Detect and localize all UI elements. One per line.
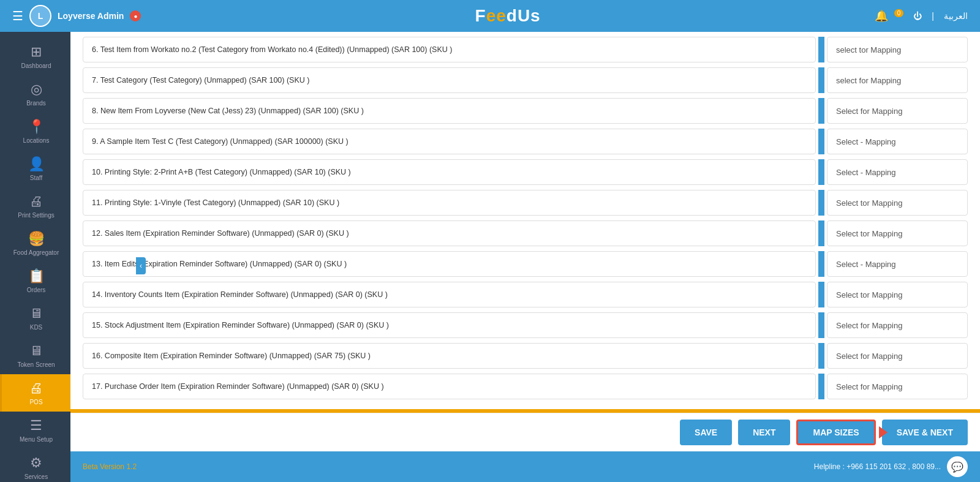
main-content: 6. Test Item from Workato no.2 (Test Cat… (70, 32, 980, 451)
divider-bar (818, 282, 824, 307)
dashboard-icon: ⊞ (31, 44, 42, 60)
select-mapping-btn-8[interactable]: Select - Mapping (827, 251, 968, 277)
table-row: 15. Stock Adjustment Item (Expiration Re… (83, 312, 968, 338)
mapping-list: 6. Test Item from Workato no.2 (Test Cat… (70, 32, 980, 409)
select-mapping-btn-2[interactable]: select for Mapping (827, 67, 968, 93)
item-label-12: 17. Purchase Order Item (Expiration Remi… (83, 374, 816, 399)
sidebar-item-brands[interactable]: ◎Brands (0, 75, 70, 113)
hamburger-icon[interactable]: ☰ (12, 9, 23, 23)
sidebar-item-print-settings[interactable]: 🖨Print Settings (0, 187, 70, 225)
divider-bar (818, 98, 824, 124)
sidebar-label-orders: Orders (27, 287, 46, 293)
item-label-11: 16. Composite Item (Expiration Reminder … (83, 343, 816, 369)
sidebar-item-kds[interactable]: 🖥KDS (0, 299, 70, 337)
sidebar-label-pos: POS (29, 399, 42, 405)
divider-bar (818, 159, 824, 185)
item-label-9: 14. Inventory Counts Item (Expiration Re… (83, 282, 816, 307)
select-mapping-btn-9[interactable]: Select tor Mapping (827, 282, 968, 307)
staff-icon: 👤 (28, 156, 45, 172)
table-row: 11. Printing Style: 1-Vinyle (Test Categ… (83, 190, 968, 216)
bell-icon[interactable]: 🔔 (875, 9, 888, 23)
divider: | (932, 11, 934, 21)
sidebar-label-dashboard: Dashboard (21, 62, 51, 69)
language-label[interactable]: العربية (944, 11, 968, 21)
token-screen-icon: 🖥 (29, 343, 43, 359)
sidebar-item-staff[interactable]: 👤Staff (0, 150, 70, 187)
divider-bar (818, 251, 824, 277)
select-mapping-btn-10[interactable]: Select for Mapping (827, 312, 968, 338)
save-next-button[interactable]: SAVE & NEXT (882, 420, 968, 445)
item-label-3: 8. New Item From Loyverse (New Cat (Jess… (83, 98, 816, 124)
table-row: 8. New Item From Loyverse (New Cat (Jess… (83, 98, 968, 124)
table-row: 10. Printing Style: 2-Print A+B (Test Ca… (83, 159, 968, 185)
chat-button[interactable]: 💬 (947, 456, 968, 477)
version-text: Beta Version 1.2 (83, 462, 137, 471)
sidebar-item-orders[interactable]: 📋Orders (0, 262, 70, 299)
item-label-7: 12. Sales Item (Expiration Reminder Soft… (83, 220, 816, 246)
item-label-4: 9. A Sample Item Test C (Test Category) … (83, 129, 816, 154)
select-mapping-btn-4[interactable]: Select - Mapping (827, 129, 968, 154)
select-mapping-btn-1[interactable]: select tor Mapping (827, 37, 968, 62)
table-row: 16. Composite Item (Expiration Reminder … (83, 343, 968, 369)
divider-bar (818, 190, 824, 216)
avatar: L (29, 5, 51, 27)
sidebar-item-services[interactable]: ⚙Services (0, 449, 70, 482)
sidebar: ⊞Dashboard◎Brands📍Locations👤Staff🖨Print … (0, 32, 70, 482)
sidebar-item-food-aggregator[interactable]: 🍔Food Aggregator (0, 225, 70, 262)
sidebar-item-locations[interactable]: 📍Locations (0, 113, 70, 150)
select-mapping-btn-7[interactable]: Select tor Mapping (827, 220, 968, 246)
table-row: 6. Test Item from Workato no.2 (Test Cat… (83, 37, 968, 62)
sidebar-item-pos[interactable]: 🖨POS (0, 374, 70, 412)
item-label-6: 11. Printing Style: 1-Vinyle (Test Categ… (83, 190, 816, 216)
select-mapping-btn-5[interactable]: Select - Mapping (827, 159, 968, 185)
divider-bar (818, 343, 824, 369)
select-mapping-btn-3[interactable]: Select for Mapping (827, 98, 968, 124)
item-label-5: 10. Printing Style: 2-Print A+B (Test Ca… (83, 159, 816, 185)
item-label-8: 13. Item Edits (Expiration Reminder Soft… (83, 251, 816, 277)
kds-icon: 🖥 (29, 306, 43, 322)
sidebar-item-menu-setup[interactable]: ☰Menu Setup (0, 412, 70, 449)
locations-icon: 📍 (28, 119, 45, 135)
table-row: 12. Sales Item (Expiration Reminder Soft… (83, 220, 968, 246)
sidebar-item-token-screen[interactable]: 🖥Token Screen (0, 337, 70, 374)
next-button[interactable]: NEXT (738, 420, 790, 445)
notification-dot: ● (130, 10, 141, 21)
sidebar-item-dashboard[interactable]: ⊞Dashboard (0, 38, 70, 75)
divider-bar (818, 67, 824, 93)
map-sizes-button[interactable]: MAP SIZES (796, 420, 875, 445)
bottom-bar: Beta Version 1.2 Helpline : +966 115 201… (70, 451, 980, 482)
item-label-10: 15. Stock Adjustment Item (Expiration Re… (83, 312, 816, 338)
sidebar-label-menu-setup: Menu Setup (20, 436, 53, 443)
power-icon[interactable]: ⏻ (913, 11, 922, 21)
select-mapping-btn-6[interactable]: Select tor Mapping (827, 190, 968, 216)
table-row: 7. Test Category (Test Category) (Unmapp… (83, 67, 968, 93)
pos-icon: 🖨 (29, 380, 43, 396)
sidebar-label-staff: Staff (30, 175, 42, 181)
item-label-1: 6. Test Item from Workato no.2 (Test Cat… (83, 37, 816, 62)
sidebar-label-locations: Locations (23, 137, 50, 144)
helpline-text: Helpline : +966 115 201 632 , 800 89... (814, 462, 941, 471)
bell-badge: 0 (894, 9, 904, 17)
select-mapping-btn-11[interactable]: Select for Mapping (827, 343, 968, 369)
sidebar-label-print-settings: Print Settings (18, 212, 54, 219)
app-header: ☰ L Loyverse Admin ● FeedUs 🔔 0 ⏻ | العر… (0, 0, 980, 32)
table-row: 14. Inventory Counts Item (Expiration Re… (83, 282, 968, 307)
select-mapping-btn-12[interactable]: Select for Mapping (827, 374, 968, 399)
services-icon: ⚙ (30, 455, 42, 471)
sidebar-label-token-screen: Token Screen (17, 361, 55, 368)
save-button[interactable]: SAVE (680, 420, 732, 445)
sidebar-label-brands: Brands (26, 100, 46, 107)
sidebar-label-food-aggregator: Food Aggregator (13, 249, 59, 256)
food-aggregator-icon: 🍔 (28, 231, 45, 247)
orders-icon: 📋 (28, 268, 45, 284)
table-row: 9. A Sample Item Test C (Test Category) … (83, 129, 968, 154)
print-settings-icon: 🖨 (29, 194, 43, 209)
divider-bar (818, 37, 824, 62)
item-label-2: 7. Test Category (Test Category) (Unmapp… (83, 67, 816, 93)
sidebar-label-kds: KDS (30, 324, 43, 331)
table-row: 13. Item Edits (Expiration Reminder Soft… (83, 251, 968, 277)
divider-bar (818, 374, 824, 399)
table-row: 17. Purchase Order Item (Expiration Remi… (83, 374, 968, 399)
sidebar-collapse-btn[interactable]: ‹ (136, 257, 146, 274)
admin-label: Loyverse Admin (58, 11, 124, 21)
